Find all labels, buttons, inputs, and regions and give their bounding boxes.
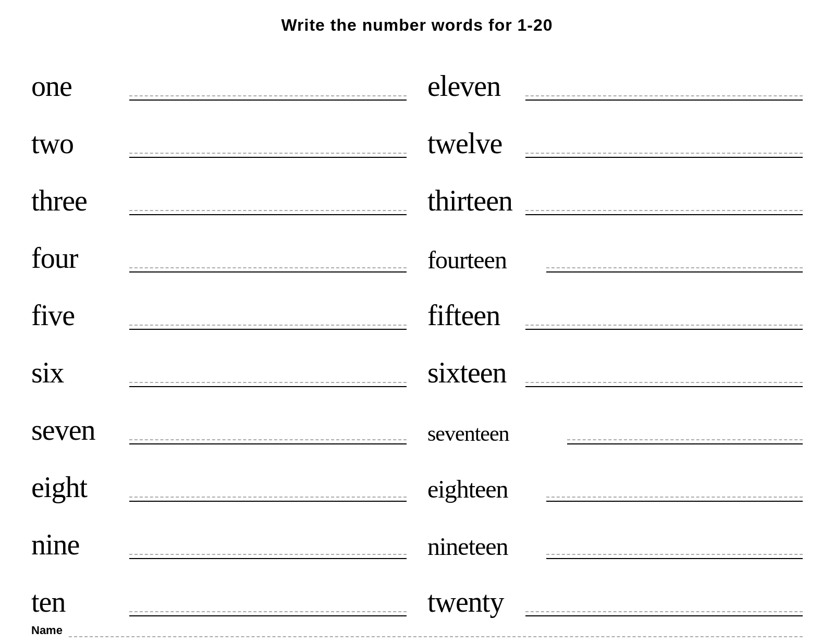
writing-area[interactable] xyxy=(525,95,803,103)
dotted-line xyxy=(525,611,803,612)
word-label: twelve xyxy=(427,129,521,160)
right-column: eleventwelvethirteenfourteenfifteensixte… xyxy=(417,45,813,618)
word-row: three xyxy=(31,160,407,217)
word-label: fifteen xyxy=(427,301,521,332)
word-row: eight xyxy=(31,447,407,504)
name-label: Name xyxy=(31,624,63,639)
word-label: one xyxy=(31,71,125,103)
writing-area[interactable] xyxy=(546,554,803,561)
writing-area[interactable] xyxy=(129,611,407,618)
word-label: four xyxy=(31,243,125,275)
word-label: eleven xyxy=(427,71,521,103)
word-row: twenty xyxy=(427,561,803,618)
word-label: nineteen xyxy=(427,534,542,561)
word-label: nine xyxy=(31,530,125,561)
word-row: eighteen xyxy=(427,447,803,504)
writing-area[interactable] xyxy=(525,210,803,217)
name-row: Name xyxy=(21,624,813,639)
solid-line xyxy=(567,443,803,444)
writing-area[interactable] xyxy=(129,382,407,389)
name-line[interactable] xyxy=(69,636,803,637)
word-row: thirteen xyxy=(427,160,803,217)
word-label: three xyxy=(31,186,125,217)
word-row: twelve xyxy=(427,103,803,160)
word-row: ten xyxy=(31,561,407,618)
dotted-line xyxy=(129,554,407,555)
solid-line xyxy=(546,271,803,273)
word-label: eight xyxy=(31,473,125,504)
writing-area[interactable] xyxy=(546,497,803,504)
word-row: one xyxy=(31,45,407,103)
solid-line xyxy=(129,443,407,444)
writing-area[interactable] xyxy=(525,382,803,389)
writing-area[interactable] xyxy=(525,611,803,618)
writing-area[interactable] xyxy=(525,153,803,160)
writing-area[interactable] xyxy=(129,325,407,332)
solid-line xyxy=(129,501,407,502)
solid-line xyxy=(525,329,803,330)
solid-line xyxy=(129,386,407,387)
left-column: onetwothreefourfivesixseveneightnineten xyxy=(21,45,417,618)
solid-line xyxy=(546,558,803,559)
solid-line xyxy=(525,615,803,616)
writing-area[interactable] xyxy=(129,439,407,447)
word-label: seven xyxy=(31,415,125,447)
word-label: two xyxy=(31,129,125,160)
dotted-line xyxy=(129,267,407,268)
dotted-line xyxy=(129,497,407,498)
solid-line xyxy=(129,271,407,273)
writing-area[interactable] xyxy=(546,267,803,275)
writing-area[interactable] xyxy=(567,439,803,447)
writing-area[interactable] xyxy=(129,210,407,217)
writing-area[interactable] xyxy=(129,95,407,103)
writing-area[interactable] xyxy=(525,325,803,332)
word-label: ten xyxy=(31,587,125,618)
dotted-line xyxy=(546,554,803,555)
word-label: seventeen xyxy=(427,423,563,447)
word-label: twenty xyxy=(427,587,521,618)
dotted-line xyxy=(129,153,407,154)
solid-line xyxy=(129,214,407,215)
word-row: two xyxy=(31,103,407,160)
dotted-line xyxy=(129,439,407,440)
word-row: sixteen xyxy=(427,332,803,389)
writing-area[interactable] xyxy=(129,497,407,504)
dotted-line xyxy=(525,153,803,154)
dotted-line xyxy=(546,497,803,498)
word-label: six xyxy=(31,358,125,389)
solid-line xyxy=(129,558,407,559)
word-row: nineteen xyxy=(427,504,803,561)
solid-line xyxy=(129,615,407,616)
dotted-line xyxy=(567,439,803,440)
writing-area[interactable] xyxy=(129,267,407,275)
solid-line xyxy=(546,501,803,502)
solid-line xyxy=(525,214,803,215)
worksheet: onetwothreefourfivesixseveneightnineten … xyxy=(21,45,813,618)
dotted-line xyxy=(525,210,803,211)
dotted-line xyxy=(129,611,407,612)
dotted-line xyxy=(525,325,803,326)
dotted-line xyxy=(129,382,407,383)
word-row: seven xyxy=(31,389,407,447)
solid-line xyxy=(129,100,407,101)
word-label: eighteen xyxy=(427,477,542,504)
dotted-line xyxy=(546,267,803,268)
word-row: four xyxy=(31,217,407,275)
word-row: nine xyxy=(31,504,407,561)
dotted-line xyxy=(129,95,407,96)
writing-area[interactable] xyxy=(129,153,407,160)
solid-line xyxy=(129,329,407,330)
writing-area[interactable] xyxy=(129,554,407,561)
solid-line xyxy=(525,386,803,387)
word-row: seventeen xyxy=(427,389,803,447)
word-row: fourteen xyxy=(427,217,803,275)
solid-line xyxy=(129,157,407,158)
word-label: fourteen xyxy=(427,247,542,275)
word-label: sixteen xyxy=(427,358,521,389)
page-title: Write the number words for 1-20 xyxy=(21,16,813,35)
word-row: six xyxy=(31,332,407,389)
dotted-line xyxy=(525,95,803,96)
word-row: eleven xyxy=(427,45,803,103)
word-row: five xyxy=(31,275,407,332)
dotted-line xyxy=(129,325,407,326)
